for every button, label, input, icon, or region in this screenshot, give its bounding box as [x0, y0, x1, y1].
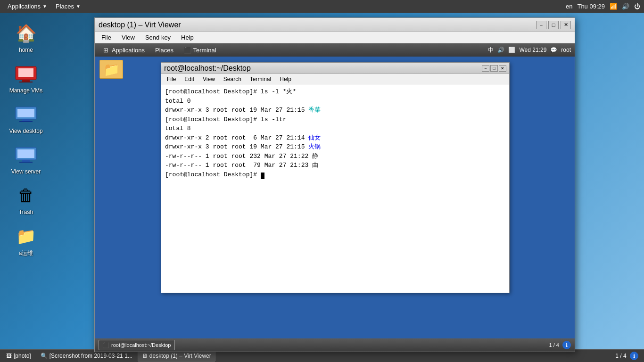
terminal-minimize[interactable]: −	[482, 65, 489, 72]
host-topbar: Applications ▼ Places ▼ en Thu 09:29 📶 🔊…	[0, 0, 644, 13]
vm-topbar-right: 中 🔊 ⬜ Wed 21:29 💬 root	[488, 46, 571, 54]
desktop-icon-a-yunwei[interactable]: 📁 a运维	[5, 222, 47, 260]
lang-indicator[interactable]: en	[566, 3, 572, 10]
applications-arrow: ▼	[42, 4, 47, 9]
filename-xiannv: 仙女	[308, 134, 321, 141]
vm-places-menu[interactable]: Places	[150, 46, 178, 55]
terminal-maximize[interactable]: □	[490, 65, 498, 72]
vv-menu-file[interactable]: File	[97, 33, 116, 42]
desktop-icon-trash[interactable]: 🗑 Trash	[5, 182, 47, 218]
virt-viewer-menubar: File View Send key Help	[95, 32, 575, 43]
term-line-10: [root@localhost Desktop]#	[165, 170, 505, 180]
vm-topbar-left: ⊞ Applications Places ⬛ Terminal	[99, 46, 221, 55]
vm-taskbar-left: ⬛ root@localhost:~/Desktop	[99, 340, 175, 350]
view-desktop-icon	[15, 103, 37, 126]
filename-huoguo: 火锅	[308, 143, 321, 150]
desktop-icon-view-server[interactable]: View server	[5, 141, 47, 177]
view-server-icon	[15, 144, 37, 166]
term-line-8: -rw-r--r-- 1 root root 232 Mar 27 21:22 …	[165, 152, 505, 161]
term-menu-edit[interactable]: Edit	[181, 75, 198, 83]
applications-label: Applications	[8, 3, 41, 10]
terminal-window: root@localhost:~/Desktop − □ ✕ File Edit…	[161, 62, 510, 293]
volume-icon: 🔊	[622, 3, 629, 10]
applications-menu[interactable]: Applications ▼	[4, 0, 51, 13]
svg-rect-1	[18, 68, 33, 77]
screenshot-icon: 🔍	[41, 353, 48, 359]
virt-viewer-minimize[interactable]: −	[536, 21, 546, 29]
places-menu[interactable]: Places ▼	[52, 0, 84, 13]
vm-screen[interactable]: ⊞ Applications Places ⬛ Terminal 中 🔊 ⬜ W…	[95, 43, 575, 352]
vv-menu-sendkey[interactable]: Send key	[140, 33, 175, 42]
vm-terminal-icon[interactable]: ⬛ Terminal	[179, 46, 221, 55]
desktop-icon-manage-vms[interactable]: Manage VMs	[5, 60, 47, 96]
vm-taskbar-terminal-btn[interactable]: ⬛ root@localhost:~/Desktop	[99, 340, 175, 350]
a-yunwei-icon: 📁	[15, 225, 37, 247]
vm-terminal-label: Terminal	[193, 47, 216, 54]
virt-viewer-controls: − □ ✕	[536, 21, 571, 29]
svg-rect-7	[19, 121, 33, 122]
terminal-cursor	[261, 173, 264, 179]
vm-pager: 1 / 4	[549, 342, 559, 348]
vm-terminal-taskbar-label: root@localhost:~/Desktop	[111, 342, 171, 348]
vm-chat-icon: 💬	[550, 47, 557, 53]
desktop-icon-view-desktop[interactable]: View desktop	[5, 101, 47, 137]
svg-rect-3	[19, 82, 33, 82]
places-label: Places	[56, 3, 74, 10]
term-menu-terminal[interactable]: Terminal	[246, 75, 275, 83]
term-line-6: drwxr-xr-x 2 root root 6 Mar 27 21:14 仙女	[165, 133, 505, 143]
a-yunwei-label: a运维	[19, 249, 33, 257]
term-menu-help[interactable]: Help	[276, 75, 295, 83]
desktop: 🏠 home Manage VMs	[0, 13, 644, 349]
term-line-5: total 8	[165, 124, 505, 133]
vm-applications-menu[interactable]: ⊞ Applications	[99, 46, 149, 55]
virt-viewer-close[interactable]: ✕	[561, 21, 571, 29]
terminal-icon: ⬛	[184, 47, 191, 54]
host-pager-icon: ℹ	[630, 352, 638, 360]
terminal-titlebar: root@localhost:~/Desktop − □ ✕	[161, 63, 509, 74]
vm-user: root	[561, 47, 571, 53]
term-line-3: drwxr-xr-x 3 root root 19 Mar 27 21:15 香…	[165, 106, 505, 115]
term-line-9: -rw-r--r-- 1 root root 79 Mar 27 21:23 由	[165, 161, 505, 170]
home-label: home	[19, 47, 33, 53]
term-menu-search[interactable]: Search	[220, 75, 245, 83]
term-menu-view[interactable]: View	[199, 75, 219, 83]
svg-rect-9	[17, 149, 34, 158]
term-line-1: [root@localhost Desktop]# ls -l *火*	[165, 87, 505, 97]
vv-menu-view[interactable]: View	[117, 33, 140, 42]
trash-label: Trash	[19, 209, 33, 215]
host-taskbar-photo[interactable]: 🖼 [photo]	[2, 351, 35, 362]
view-desktop-label: View desktop	[9, 128, 42, 134]
svg-rect-11	[19, 162, 33, 163]
term-menu-file[interactable]: File	[163, 75, 180, 83]
places-arrow: ▼	[76, 4, 81, 9]
home-icon: 🏠	[15, 22, 37, 45]
desktop-icon-home[interactable]: 🏠 home	[5, 20, 47, 56]
terminal-menubar: File Edit View Search Terminal Help	[161, 74, 509, 84]
virt-viewer-window: desktop (1) – Virt Viewer − □ ✕ File Vie…	[94, 17, 575, 352]
term-line-4: [root@localhost Desktop]# ls -ltr	[165, 115, 505, 124]
terminal-content[interactable]: [root@localhost Desktop]# ls -l *火* tota…	[161, 84, 509, 293]
host-topbar-right: en Thu 09:29 📶 🔊 ⏻	[566, 3, 640, 10]
datetime: Thu 09:29	[577, 3, 605, 10]
vm-taskbar: ⬛ root@localhost:~/Desktop 1 / 4 ℹ	[95, 338, 575, 352]
power-icon[interactable]: ⏻	[634, 3, 640, 10]
virt-viewer-taskbar-icon: 🖥	[142, 353, 148, 359]
terminal-close[interactable]: ✕	[499, 65, 506, 72]
vm-taskbar-right: 1 / 4 ℹ	[549, 341, 571, 349]
vm-terminal-taskbar-icon: ⬛	[103, 342, 109, 348]
manage-vms-icon	[15, 63, 37, 85]
view-server-label: View server	[11, 168, 41, 175]
virt-viewer-titlebar: desktop (1) – Virt Viewer − □ ✕	[95, 18, 575, 32]
term-line-7: drwxr-xr-x 3 root root 19 Mar 27 21:15 火…	[165, 142, 505, 152]
host-pager: 1 / 4	[615, 353, 626, 359]
virt-viewer-maximize[interactable]: □	[548, 21, 559, 29]
vm-pager-icon: ℹ	[562, 341, 571, 349]
desktop-icons: 🏠 home Manage VMs	[0, 13, 52, 267]
vm-datetime: Wed 21:29	[519, 47, 546, 53]
svg-rect-5	[17, 109, 34, 117]
photo-label: [photo]	[14, 353, 31, 359]
terminal-wm-buttons: − □ ✕	[482, 65, 506, 72]
vm-folder-background-icon[interactable]: 📁	[99, 60, 123, 79]
svg-rect-2	[22, 80, 30, 82]
vv-menu-help[interactable]: Help	[176, 33, 198, 42]
